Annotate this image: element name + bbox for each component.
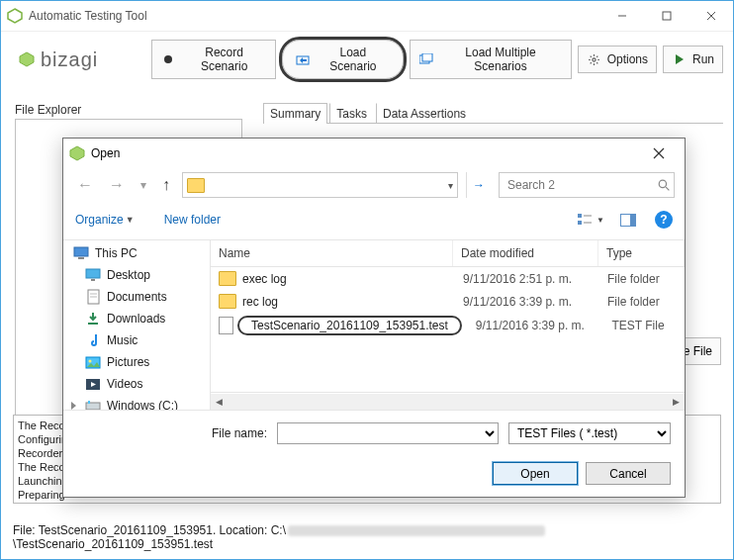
desktop-icon — [85, 267, 101, 283]
new-folder-button[interactable]: New folder — [164, 213, 221, 227]
view-mode-button[interactable]: ▼ — [574, 208, 607, 232]
svg-rect-26 — [91, 279, 95, 281]
up-button[interactable]: ↑ — [158, 174, 174, 196]
scroll-left-button[interactable]: ◀ — [211, 394, 228, 410]
load-icon — [295, 51, 311, 67]
minimize-button[interactable] — [599, 2, 644, 31]
search-input[interactable] — [505, 177, 658, 193]
run-button[interactable]: Run — [663, 46, 723, 73]
record-icon — [160, 51, 176, 67]
list-item[interactable]: rec log 9/11/2016 3:39 p. m. File folder — [211, 290, 685, 313]
status-suffix: \TestScenario_20161109_153951.test — [13, 537, 213, 551]
search-icon — [658, 177, 671, 193]
nav-tree[interactable]: This PC Desktop Documents Downloads Musi… — [63, 240, 211, 410]
svg-rect-25 — [86, 269, 100, 278]
svg-marker-0 — [8, 9, 22, 23]
svg-line-16 — [666, 187, 669, 190]
column-date[interactable]: Date modified — [453, 240, 598, 266]
svg-rect-17 — [578, 214, 582, 218]
load-multiple-label: Load Multiple Scenarios — [438, 46, 562, 73]
load-multiple-button[interactable]: Load Multiple Scenarios — [410, 40, 572, 79]
tree-music[interactable]: Music — [63, 329, 210, 351]
tree-desktop[interactable]: Desktop — [63, 264, 210, 286]
tree-videos[interactable]: Videos — [63, 373, 210, 395]
svg-marker-12 — [70, 146, 84, 160]
list-rows[interactable]: exec log 9/11/2016 2:51 p. m. File folde… — [211, 267, 685, 392]
svg-point-6 — [164, 55, 172, 63]
options-button[interactable]: Options — [578, 46, 657, 73]
scroll-track[interactable] — [228, 394, 668, 410]
list-item[interactable]: exec log 9/11/2016 2:51 p. m. File folde… — [211, 267, 685, 290]
svg-marker-11 — [676, 54, 684, 64]
tree-this-pc[interactable]: This PC — [63, 242, 210, 264]
options-label: Options — [607, 52, 648, 66]
organize-button[interactable]: Organize ▼ — [75, 213, 135, 227]
brand-icon — [19, 51, 35, 67]
preview-pane-button[interactable] — [611, 208, 645, 232]
main-toolbar: bizagi Record Scenario Load Scenario Loa… — [1, 32, 733, 103]
file-explorer-label: File Explorer — [15, 103, 242, 117]
app-window: Automatic Testing Tool bizagi Record Sce… — [0, 0, 734, 560]
svg-marker-5 — [20, 52, 34, 66]
cancel-button[interactable]: Cancel — [586, 462, 671, 485]
go-button[interactable]: → — [466, 172, 491, 198]
svg-rect-23 — [74, 247, 88, 256]
app-icon — [7, 8, 23, 24]
tree-drive-c[interactable]: Windows (C:) — [63, 395, 210, 410]
filename-label: File name: — [212, 426, 267, 440]
dialog-body: This PC Desktop Documents Downloads Musi… — [63, 240, 685, 411]
brand: bizagi — [19, 48, 98, 71]
record-label: Record Scenario — [181, 46, 267, 73]
folder-icon — [219, 294, 236, 309]
dialog-nav: ← → ▾ ↑ ▾ → — [63, 168, 685, 202]
search-box[interactable] — [499, 172, 675, 198]
scroll-right-button[interactable]: ▶ — [668, 394, 685, 410]
file-list: Name Date modified Type exec log 9/11/20… — [211, 240, 685, 410]
svg-rect-36 — [88, 401, 90, 404]
log-line: Scenario — [18, 502, 716, 504]
filename-input[interactable] — [277, 422, 499, 444]
close-button[interactable] — [688, 2, 733, 31]
gear-icon — [587, 51, 602, 67]
open-dialog: Open ← → ▾ ↑ ▾ → Organize ▼ New folder — [62, 138, 686, 498]
status-prefix: File: TestScenario_20161109_153951. Loca… — [13, 523, 286, 537]
documents-icon — [85, 289, 101, 305]
tree-documents[interactable]: Documents — [63, 286, 210, 308]
drive-icon — [85, 398, 101, 410]
tree-pictures[interactable]: Pictures — [63, 351, 210, 373]
svg-rect-18 — [578, 221, 582, 225]
filter-select[interactable]: TEST Files ( *.test) — [508, 422, 671, 444]
play-icon — [672, 51, 688, 67]
open-button[interactable]: Open — [493, 462, 578, 485]
status-bar: File: TestScenario_20161109_153951. Loca… — [13, 523, 733, 551]
help-button[interactable]: ? — [655, 211, 673, 229]
list-item[interactable]: TestScenario_20161109_153951.test 9/11/2… — [211, 313, 685, 338]
downloads-icon — [85, 311, 101, 327]
recent-dropdown[interactable]: ▾ — [137, 176, 150, 194]
maximize-button[interactable] — [644, 2, 688, 31]
tab-tasks[interactable]: Tasks — [329, 103, 374, 124]
horizontal-scrollbar[interactable]: ◀ ▶ — [211, 392, 685, 410]
tree-downloads[interactable]: Downloads — [63, 308, 210, 329]
chevron-down-icon[interactable]: ▾ — [448, 180, 453, 191]
record-scenario-button[interactable]: Record Scenario — [151, 40, 276, 79]
run-label: Run — [692, 52, 714, 66]
svg-rect-22 — [630, 215, 635, 226]
load-multiple-icon — [418, 51, 434, 67]
tabs: Summary Tasks Data Assertions — [263, 103, 723, 124]
svg-rect-2 — [663, 12, 671, 20]
dialog-toolbar: Organize ▼ New folder ▼ ? — [63, 202, 685, 240]
dialog-close-button[interactable] — [639, 140, 679, 167]
svg-rect-24 — [78, 257, 84, 259]
path-input[interactable]: ▾ — [182, 172, 458, 198]
dialog-icon — [69, 145, 85, 161]
column-type[interactable]: Type — [598, 240, 685, 266]
tab-summary[interactable]: Summary — [263, 103, 327, 124]
svg-rect-9 — [422, 53, 432, 61]
forward-button[interactable]: → — [105, 174, 129, 196]
tab-assertions[interactable]: Data Assertions — [376, 103, 473, 124]
load-scenario-button[interactable]: Load Scenario — [282, 40, 403, 79]
back-button[interactable]: ← — [73, 174, 97, 196]
column-name[interactable]: Name — [211, 240, 453, 266]
file-icon — [219, 317, 233, 334]
